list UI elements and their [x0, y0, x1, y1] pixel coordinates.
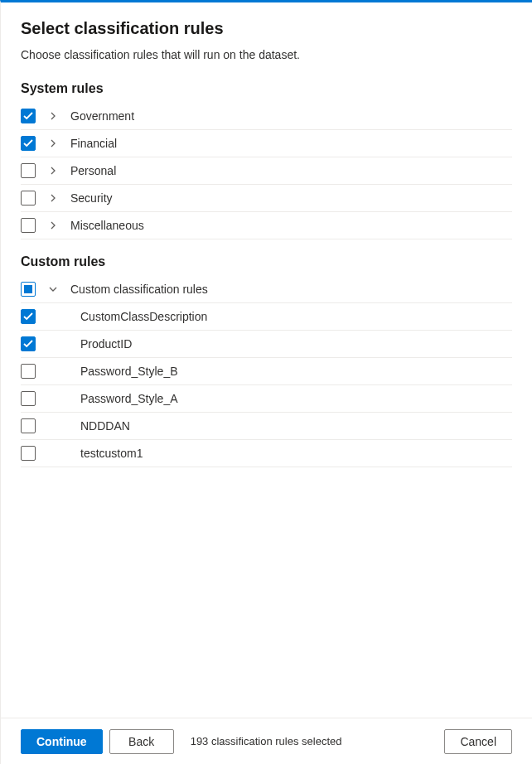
system-rules-list: Government Financial Personal: [21, 103, 512, 239]
rule-row-customclassdescription[interactable]: CustomClassDescription: [21, 303, 512, 331]
rule-label: Security: [70, 191, 113, 205]
rule-row-security[interactable]: Security: [21, 185, 512, 212]
rule-row-custom-group[interactable]: Custom classification rules: [21, 276, 512, 303]
footer-bar: Continue Back 193 classification rules s…: [1, 718, 532, 764]
continue-button[interactable]: Continue: [21, 729, 103, 754]
checkbox-password-style-b[interactable]: [21, 364, 36, 379]
custom-rules-list: Custom classification rules CustomClassD…: [21, 276, 512, 467]
chevron-right-icon[interactable]: [47, 112, 59, 120]
checkbox-personal[interactable]: [21, 163, 36, 178]
chevron-right-icon[interactable]: [47, 167, 59, 175]
rule-row-ndddan[interactable]: NDDDAN: [21, 413, 512, 440]
rule-row-testcustom1[interactable]: testcustom1: [21, 440, 512, 467]
checkbox-productid[interactable]: [21, 336, 36, 351]
rule-row-password-style-b[interactable]: Password_Style_B: [21, 358, 512, 385]
checkbox-ndddan[interactable]: [21, 418, 36, 433]
chevron-right-icon[interactable]: [47, 139, 59, 147]
panel-body: Select classification rules Choose class…: [1, 2, 532, 718]
checkbox-custom-group[interactable]: [21, 282, 36, 297]
checkbox-security[interactable]: [21, 191, 36, 206]
rule-label: Custom classification rules: [70, 283, 208, 296]
page-title: Select classification rules: [21, 19, 512, 38]
rule-label: Personal: [70, 164, 116, 177]
checkbox-financial[interactable]: [21, 136, 36, 151]
rule-label: Password_Style_A: [80, 392, 178, 405]
rule-row-password-style-a[interactable]: Password_Style_A: [21, 385, 512, 413]
page-subtitle: Choose classification rules that will ru…: [21, 48, 512, 61]
rule-row-government[interactable]: Government: [21, 103, 512, 130]
checkbox-miscellaneous[interactable]: [21, 218, 36, 233]
rule-label: Miscellaneous: [70, 219, 144, 232]
rule-label: CustomClassDescription: [80, 310, 207, 323]
rule-label: ProductID: [80, 337, 132, 351]
back-button[interactable]: Back: [109, 729, 174, 754]
chevron-right-icon[interactable]: [47, 194, 59, 202]
checkbox-customclassdescription[interactable]: [21, 309, 36, 324]
rule-label: Financial: [70, 137, 117, 150]
rule-row-financial[interactable]: Financial: [21, 130, 512, 157]
cancel-button[interactable]: Cancel: [444, 729, 512, 754]
checkbox-password-style-a[interactable]: [21, 391, 36, 406]
rule-label: Government: [70, 109, 134, 123]
rule-row-productid[interactable]: ProductID: [21, 331, 512, 358]
selection-status: 193 classification rules selected: [191, 735, 342, 747]
rule-row-miscellaneous[interactable]: Miscellaneous: [21, 212, 512, 239]
chevron-right-icon[interactable]: [47, 221, 59, 230]
checkbox-testcustom1[interactable]: [21, 446, 36, 461]
chevron-down-icon[interactable]: [47, 285, 59, 293]
rule-label: testcustom1: [80, 447, 143, 460]
rule-row-personal[interactable]: Personal: [21, 157, 512, 185]
rule-label: Password_Style_B: [80, 365, 178, 378]
system-rules-heading: System rules: [21, 81, 512, 96]
checkbox-government[interactable]: [21, 109, 36, 123]
rule-label: NDDDAN: [80, 419, 130, 433]
custom-rules-heading: Custom rules: [21, 254, 512, 269]
